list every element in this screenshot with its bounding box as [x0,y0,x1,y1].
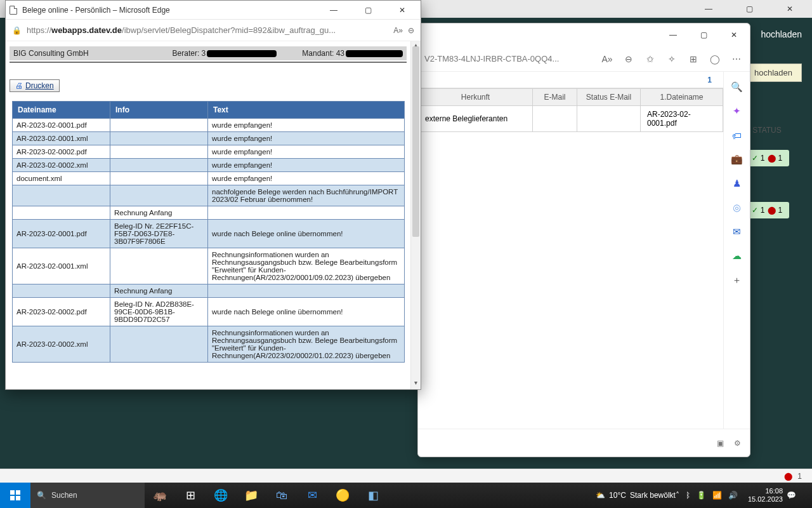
cell: Beleg-ID Nr. 2E2FF15C-F5B7-D063-D7E8-3B0… [110,220,208,248]
cell [13,206,110,220]
col-text[interactable]: Text [208,102,405,119]
weather-icon: ⛅ [596,491,605,500]
collections-icon[interactable]: ⊞ [686,54,700,64]
taskbar-weather[interactable]: ⛅ 10°C Stark bewölkt [596,491,676,500]
edge2-address-bar[interactable]: V2-TM83-4LNJ-IRBR-CTBA-0QQ4... A» ⊖ ✩ ✧ … [418,46,750,72]
panel-icon[interactable]: ▣ [717,439,724,448]
col-email[interactable]: E-Mail [533,89,577,106]
action-center-icon[interactable]: 💬 [787,491,812,500]
col-info[interactable]: Info [110,102,208,119]
cell [208,284,405,298]
mandant-label: Mandant: 43 [302,49,344,58]
page-icon [10,6,17,15]
table-row[interactable]: externe Beleglieferanten AR-2023-02-0001… [419,106,723,132]
edge2-max-icon[interactable]: ▢ [689,25,718,45]
popup-min-icon[interactable]: — [319,0,348,20]
error-icon: ⬤ [768,154,776,163]
cell: Rechnungsinformationen wurden an Rechnun… [208,248,405,284]
bg-max-icon[interactable]: ▢ [735,0,764,19]
col-herkunft[interactable]: Herkunft [419,89,533,106]
task-view-icon[interactable]: ⊞ [175,483,206,508]
lock-icon[interactable]: 🔒 [12,26,22,35]
search-icon[interactable]: 🔍 [731,81,743,93]
read-aloud-icon[interactable]: A» [600,54,614,64]
popup-address-bar[interactable]: 🔒 https://webapps.datev.de/ibwp/servlet/… [6,20,421,41]
table-row: AR-2023-02-0001.xmlwurde empfangen! [13,132,405,145]
cell [110,132,208,145]
store-icon[interactable]: 🛍 [266,483,297,508]
table-row: AR-2023-02-0001.pdfwurde empfangen! [13,119,405,132]
popup-max-icon[interactable]: ▢ [353,0,383,20]
cell: wurde nach Belege online übernommen! [208,298,405,326]
table-row: Rechnung Anfang [13,284,405,298]
settings-icon[interactable]: ⚙ [734,439,741,448]
volume-icon[interactable]: 🔊 [728,491,738,500]
tag-icon[interactable]: 🏷 [731,129,743,142]
col-dateiname[interactable]: Dateiname [13,102,110,119]
edge-icon[interactable]: 🌐 [206,483,236,508]
taskbar-search[interactable]: 🔍 Suchen [30,483,145,508]
taskbar-clock[interactable]: 16:08 15.02.2023 [744,487,787,504]
games-icon[interactable]: ♟ [731,177,743,190]
onedrive-icon[interactable]: ☁ [731,250,743,262]
cell [13,284,110,298]
table-row: AR-2023-02-0001.pdfBeleg-ID Nr. 2E2FF15C… [13,220,405,248]
read-aloud-icon[interactable]: A» [393,26,403,35]
bg-min-icon[interactable]: — [694,0,723,19]
clock-date: 15.02.2023 [748,495,783,504]
battery-icon[interactable]: 🔋 [697,491,706,500]
scroll-thumb[interactable] [412,46,419,237]
cell: Rechnungsinformationen wurden an Rechnun… [208,326,405,363]
bluetooth-icon[interactable]: ᛒ [686,491,690,500]
profile-icon[interactable]: ◯ [708,54,722,64]
popup-close-icon[interactable]: ✕ [388,0,417,20]
zoom-out-icon[interactable]: ⊖ [622,54,636,64]
berater-label: Berater: 3 [173,49,206,58]
favorites-add-icon[interactable]: ✧ [665,54,679,64]
check-icon: ✓ [752,206,758,215]
more-icon[interactable]: ⋯ [730,54,743,64]
outlook-icon[interactable]: ✉ [731,225,743,238]
mail-icon[interactable]: ✉ [297,483,327,508]
hochladen-button[interactable]: hochladen [745,64,802,82]
popup-body: ▴ ▾ BIG Consulting GmbH Berater: 3 Manda… [6,41,421,389]
alert-icon[interactable]: ⬤ [784,472,792,481]
cell [110,145,208,159]
search-placeholder: Suchen [51,491,77,500]
office-icon[interactable]: ◎ [731,201,743,214]
col-status-email[interactable]: Status E-Mail [577,89,641,106]
alert-count: 1 [797,472,802,481]
chrome-icon[interactable]: 🟡 [327,483,358,508]
sparkle-icon[interactable]: ✦ [731,105,743,117]
cell [13,185,110,206]
popup-scrollbar[interactable]: ▴ ▾ [410,41,421,389]
wifi-icon[interactable]: 📶 [712,491,722,500]
print-button[interactable]: 🖨 Drucken [10,79,60,92]
scroll-down-icon[interactable]: ▾ [411,379,421,389]
popup-window: Belege online - Persönlich – Microsoft E… [5,0,421,390]
zoom-icon[interactable]: ⊖ [408,26,414,35]
edge2-min-icon[interactable]: — [658,25,688,45]
explorer-icon[interactable]: 📁 [236,483,266,508]
edge2-pager[interactable]: 1 [418,72,723,88]
col-dateiname[interactable]: 1.Dateiname [641,89,723,106]
edge-secondary-window: — ▢ ✕ V2-TM83-4LNJ-IRBR-CTBA-0QQ4... A» … [417,23,750,457]
svg-rect-1 [16,490,20,495]
add-icon[interactable]: ＋ [731,274,743,286]
app-icon[interactable]: ◧ [358,483,388,508]
favorite-icon[interactable]: ✩ [643,54,657,64]
briefcase-icon[interactable]: 💼 [731,153,743,166]
table-row: nachfolgende Belege werden nach Buchführ… [13,185,405,206]
search-icon: 🔍 [37,491,46,500]
cell [110,172,208,185]
cell: AR-2023-02-0002.xml [13,326,110,363]
bg-close-icon[interactable]: ✕ [775,0,804,19]
popup-titlebar[interactable]: Belege online - Persönlich – Microsoft E… [6,1,421,20]
edge2-close-icon[interactable]: ✕ [719,25,749,45]
system-tray[interactable]: ˄ ᛒ 🔋 📶 🔊 [676,491,744,500]
taskbar: 🔍 Suchen 🦛 ⊞ 🌐 📁 🛍 ✉ 🟡 ◧ ⛅ 10°C Stark be… [0,483,812,508]
hippo-icon[interactable]: 🦛 [145,483,175,508]
chevron-up-icon[interactable]: ˄ [676,491,679,500]
start-button[interactable] [0,483,30,508]
error-icon: ⬤ [768,206,776,215]
